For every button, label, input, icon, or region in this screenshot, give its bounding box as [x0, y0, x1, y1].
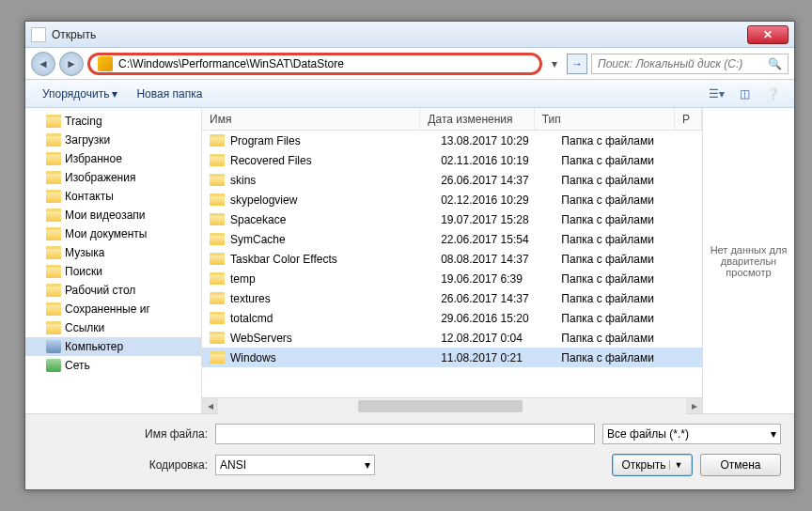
search-input[interactable]	[598, 57, 768, 70]
tree-item-label: Рабочий стол	[65, 284, 135, 297]
column-headers: Имя Дата изменения Тип Р	[202, 108, 702, 131]
scroll-track[interactable]	[218, 398, 686, 414]
encoding-value: ANSI	[220, 458, 246, 472]
file-row[interactable]: temp19.06.2017 6:39Папка с файлами	[202, 269, 702, 288]
folder-tree[interactable]: TracingЗагрузкиИзбранноеИзображенияКонта…	[25, 108, 202, 413]
file-type: Папка с файлами	[554, 253, 702, 266]
tree-item[interactable]: Ссылки	[25, 318, 201, 337]
scroll-thumb[interactable]	[358, 400, 522, 412]
forward-button[interactable]: ►	[59, 52, 84, 76]
tree-item-label: Загрузки	[65, 133, 110, 147]
tree-item-label: Сеть	[65, 359, 90, 372]
col-date[interactable]: Дата изменения	[420, 108, 534, 130]
computer-icon	[46, 340, 61, 353]
folder-icon	[46, 171, 61, 184]
col-type[interactable]: Тип	[535, 108, 675, 130]
file-name: SymCache	[230, 233, 286, 246]
tree-item[interactable]: Изображения	[25, 168, 201, 187]
horizontal-scrollbar[interactable]: ◂ ▸	[202, 397, 702, 413]
tree-item[interactable]: Мои видеозапи	[25, 206, 201, 225]
file-row[interactable]: Recovered Files02.11.2016 10:19Папка с ф…	[202, 150, 702, 170]
cancel-button[interactable]: Отмена	[700, 454, 781, 476]
close-button[interactable]: ✕	[747, 25, 789, 44]
bottom-panel: Имя файла: Все файлы (*.*)▾ Кодировка: A…	[25, 413, 794, 489]
folder-icon	[46, 265, 61, 278]
file-type: Папка с файлами	[554, 292, 702, 305]
file-row[interactable]: Windows11.08.2017 0:21Папка с файлами	[202, 348, 702, 367]
folder-icon	[46, 246, 61, 259]
file-type-filter[interactable]: Все файлы (*.*)▾	[602, 424, 781, 444]
file-type: Папка с файлами	[554, 332, 702, 345]
open-file-dialog: Открыть ✕ ◄ ► C:\Windows\Performance\Win…	[24, 21, 795, 490]
tree-item[interactable]: Сохраненные иг	[25, 300, 201, 318]
file-row[interactable]: Program Files13.08.2017 10:29Папка с фай…	[202, 131, 702, 150]
tree-item-label: Мои видеозапи	[65, 209, 146, 222]
file-row[interactable]: skypelogview02.12.2016 10:29Папка с файл…	[202, 190, 702, 209]
help-button[interactable]: ❔	[760, 84, 785, 104]
tree-item[interactable]: Музыка	[25, 243, 201, 262]
col-size[interactable]: Р	[675, 108, 702, 130]
filename-input[interactable]	[215, 424, 595, 444]
file-date: 11.08.2017 0:21	[433, 351, 554, 364]
file-date: 26.06.2017 14:37	[433, 292, 554, 305]
tree-item-label: Музыка	[65, 246, 104, 259]
tree-item[interactable]: Компьютер	[25, 337, 201, 356]
refresh-button[interactable]: →	[567, 54, 587, 74]
file-row[interactable]: skins26.06.2017 14:37Папка с файлами	[202, 170, 702, 190]
file-date: 19.06.2017 6:39	[433, 272, 554, 286]
back-button[interactable]: ◄	[31, 52, 55, 76]
folder-icon	[46, 190, 61, 203]
file-row[interactable]: SymCache22.06.2017 15:54Папка с файлами	[202, 229, 702, 249]
tree-item[interactable]: Поиски	[25, 262, 201, 281]
folder-icon	[210, 174, 225, 186]
file-rows[interactable]: Program Files13.08.2017 10:29Папка с фай…	[202, 131, 702, 397]
titlebar: Открыть ✕	[25, 22, 794, 48]
folder-icon	[210, 134, 225, 147]
col-name[interactable]: Имя	[202, 108, 420, 130]
file-row[interactable]: totalcmd29.06.2016 15:20Папка с файлами	[202, 308, 702, 328]
tree-item[interactable]: Загрузки	[25, 131, 201, 149]
tree-item[interactable]: Сеть	[25, 356, 201, 375]
scroll-right-button[interactable]: ▸	[686, 398, 702, 414]
tree-item[interactable]: Рабочий стол	[25, 281, 201, 300]
file-type: Папка с файлами	[554, 272, 702, 286]
tree-item[interactable]: Мои документы	[25, 225, 201, 243]
open-button[interactable]: Открыть ▼	[612, 454, 693, 476]
new-folder-button[interactable]: Новая папка	[129, 84, 210, 104]
file-date: 08.08.2017 14:37	[433, 253, 554, 266]
tree-item[interactable]: Избранное	[25, 149, 201, 168]
view-options-button[interactable]: ☰▾	[704, 84, 728, 104]
file-name: totalcmd	[230, 312, 273, 325]
file-type: Папка с файлами	[554, 154, 702, 167]
file-name: Program Files	[230, 134, 301, 147]
file-row[interactable]: Spacekace19.07.2017 15:28Папка с файлами	[202, 209, 702, 229]
file-name: textures	[230, 292, 271, 305]
encoding-select[interactable]: ANSI▾	[215, 455, 375, 475]
tree-item-label: Tracing	[65, 115, 102, 128]
address-bar[interactable]: C:\Windows\Performance\WinSAT\DataStore	[87, 53, 542, 75]
tree-item[interactable]: Контакты	[25, 187, 201, 206]
file-name: skypelogview	[230, 194, 297, 207]
scroll-left-button[interactable]: ◂	[202, 398, 218, 414]
toolbar: Упорядочить ▾ Новая папка ☰▾ ◫ ❔	[25, 80, 794, 108]
tree-item-label: Контакты	[65, 190, 114, 203]
organize-button[interactable]: Упорядочить ▾	[35, 84, 125, 104]
file-type: Папка с файлами	[554, 194, 702, 207]
file-date: 19.07.2017 15:28	[433, 213, 554, 226]
folder-icon	[46, 227, 61, 240]
file-row[interactable]: WebServers12.08.2017 0:04Папка с файлами	[202, 328, 702, 348]
file-row[interactable]: textures26.06.2017 14:37Папка с файлами	[202, 288, 702, 308]
address-dropdown[interactable]: ▾	[546, 54, 563, 74]
file-type: Папка с файлами	[554, 213, 702, 226]
tree-item-label: Изображения	[65, 171, 135, 184]
folder-icon	[210, 194, 225, 206]
search-box[interactable]: 🔍	[591, 54, 789, 74]
navigation-bar: ◄ ► C:\Windows\Performance\WinSAT\DataSt…	[25, 48, 794, 80]
file-row[interactable]: Taskbar Color Effects08.08.2017 14:37Пап…	[202, 249, 702, 269]
preview-pane-button[interactable]: ◫	[732, 84, 757, 104]
address-text: C:\Windows\Performance\WinSAT\DataStore	[118, 57, 344, 70]
folder-icon	[46, 133, 61, 147]
file-date: 12.08.2017 0:04	[433, 332, 554, 345]
tree-item[interactable]: Tracing	[25, 112, 201, 131]
window-title: Открыть	[52, 28, 747, 41]
